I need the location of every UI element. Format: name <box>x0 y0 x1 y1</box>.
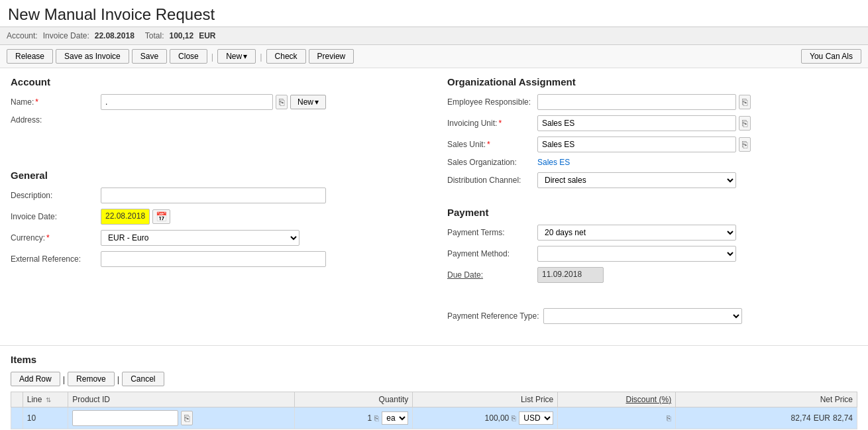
name-input[interactable] <box>101 94 273 110</box>
currency-select[interactable]: EUR - Euro USD - US Dollar GBP - British… <box>101 230 299 246</box>
net-price-value: 82,74 <box>791 413 811 423</box>
sales-unit-input[interactable] <box>537 136 736 152</box>
separator-2: | <box>260 52 262 62</box>
employee-responsible-label: Employee Responsible: <box>447 97 533 107</box>
address-row: Address: <box>11 115 421 125</box>
left-panel: Account Name:* ⎘ New ▾ Address: <box>11 76 421 329</box>
payment-ref-type-select[interactable] <box>543 308 742 324</box>
items-section-title: Items <box>11 354 857 365</box>
due-date-display: 11.09.2018 <box>537 267 604 283</box>
description-input[interactable] <box>101 188 326 203</box>
employee-copy-icon[interactable]: ⎘ <box>739 95 751 109</box>
release-button[interactable]: Release <box>7 49 53 64</box>
distribution-channel-select[interactable]: Direct sales Online Resellers <box>537 172 736 188</box>
right-panel: Organizational Assignment Employee Respo… <box>447 76 857 329</box>
calendar-icon[interactable]: 📅 <box>152 209 170 224</box>
cancel-button[interactable]: Cancel <box>122 372 164 386</box>
col-quantity: Quantity <box>295 392 413 407</box>
invoicing-unit-row: Invoicing Unit:* ⎘ <box>447 115 857 131</box>
net-price-currency: EUR <box>814 413 830 423</box>
invoicing-unit-input[interactable] <box>537 115 736 131</box>
external-reference-label: External Reference: <box>11 254 97 264</box>
main-content: Account Name:* ⎘ New ▾ Address: <box>0 68 868 337</box>
product-id-copy-icon[interactable]: ⎘ <box>181 411 193 425</box>
separator-1: | <box>211 52 213 62</box>
sales-unit-row: Sales Unit:* ⎘ <box>447 136 857 152</box>
name-copy-icon[interactable]: ⎘ <box>276 95 288 109</box>
divider <box>0 345 868 346</box>
row-indicator <box>11 407 23 429</box>
row-list-price: 100,00 ⎘ USD EUR <box>413 407 558 429</box>
account-new-button[interactable]: New ▾ <box>290 95 326 109</box>
invoice-date-value: 22.08.2018 <box>95 31 135 40</box>
total-value: 100,12 <box>170 31 194 40</box>
org-section: Organizational Assignment Employee Respo… <box>447 76 857 188</box>
page-title: New Manual Invoice Request <box>0 0 868 27</box>
items-toolbar: Add Row | Remove | Cancel <box>11 372 857 386</box>
list-price-copy-icon[interactable]: ⎘ <box>512 414 516 422</box>
general-section: General Description: Invoice Date: 22.08… <box>11 170 421 267</box>
distribution-channel-label: Distribution Channel: <box>447 176 533 185</box>
currency-row: Currency:* EUR - Euro USD - US Dollar GB… <box>11 230 421 246</box>
items-sep-2: | <box>117 374 119 384</box>
col-line: Line ⇅ <box>23 392 68 407</box>
items-table: Line ⇅ Product ID Quantity List Price Di… <box>11 392 857 429</box>
product-id-input[interactable] <box>72 410 178 426</box>
payment-terms-select[interactable]: 20 days net 30 days net Immediate <box>537 225 736 241</box>
row-net-price: 82,74 EUR 82,74 <box>676 407 857 429</box>
payment-method-select[interactable] <box>537 246 736 262</box>
preview-button[interactable]: Preview <box>309 49 354 64</box>
invoicing-unit-group: ⎘ <box>537 115 751 131</box>
items-sep-1: | <box>63 374 65 384</box>
quantity-copy-icon[interactable]: ⎘ <box>374 414 379 422</box>
col-product-id: Product ID <box>68 392 295 407</box>
quantity-value: 1 <box>368 413 372 423</box>
items-section: Items Add Row | Remove | Cancel Line ⇅ P… <box>0 354 868 430</box>
payment-ref-type-row: Payment Reference Type: <box>447 308 857 324</box>
remove-button[interactable]: Remove <box>68 372 115 386</box>
total-label: Total: <box>145 31 164 40</box>
payment-section: Payment Payment Terms: 20 days net 30 da… <box>447 207 857 324</box>
external-reference-input[interactable] <box>101 251 326 267</box>
name-label: Name:* <box>11 97 97 107</box>
save-button[interactable]: Save <box>132 49 167 64</box>
list-price-currency-select[interactable]: USD EUR <box>519 411 553 425</box>
quantity-unit-select[interactable]: ea <box>382 411 408 425</box>
row-line: 10 <box>23 407 68 429</box>
invoicing-unit-copy-icon[interactable]: ⎘ <box>739 116 751 131</box>
employee-responsible-input[interactable] <box>537 94 736 110</box>
col-discount[interactable]: Discount (%) <box>558 392 676 407</box>
due-date-label: Due Date: <box>447 270 533 280</box>
due-date-row: Due Date: 11.09.2018 <box>447 267 857 283</box>
account-section-title: Account <box>11 76 421 87</box>
table-row: 10 ⎘ 1 ⎘ ea <box>11 407 857 429</box>
name-input-group: ⎘ New ▾ <box>101 94 326 110</box>
invoice-date-row: Invoice Date: 22.08.2018 📅 <box>11 209 421 225</box>
new-button[interactable]: New ▾ <box>217 49 256 64</box>
description-row: Description: <box>11 188 421 203</box>
col-indicator <box>11 392 23 407</box>
org-section-title: Organizational Assignment <box>447 76 857 87</box>
close-button[interactable]: Close <box>170 49 207 64</box>
save-as-invoice-button[interactable]: Save as Invoice <box>56 49 129 64</box>
toolbar: Release Save as Invoice Save Close | New… <box>0 45 868 68</box>
discount-copy-icon[interactable]: ⎘ <box>667 414 671 422</box>
row-product-id: ⎘ <box>68 407 295 429</box>
sales-org-link[interactable]: Sales ES <box>537 158 570 167</box>
external-reference-row: External Reference: <box>11 251 421 267</box>
invoicing-unit-label: Invoicing Unit:* <box>447 119 533 128</box>
you-can-also-button[interactable]: You Can Als <box>801 49 861 64</box>
col-net-price: Net Price <box>676 392 857 407</box>
address-label: Address: <box>11 115 97 125</box>
description-label: Description: <box>11 191 97 200</box>
payment-method-row: Payment Method: <box>447 246 857 262</box>
check-button[interactable]: Check <box>266 49 306 64</box>
sales-unit-label: Sales Unit:* <box>447 140 533 149</box>
add-row-button[interactable]: Add Row <box>11 372 60 386</box>
sales-org-label: Sales Organization: <box>447 158 533 167</box>
payment-terms-row: Payment Terms: 20 days net 30 days net I… <box>447 225 857 241</box>
sales-unit-copy-icon[interactable]: ⎘ <box>739 137 751 152</box>
employee-responsible-group: ⎘ <box>537 94 751 110</box>
sales-unit-group: ⎘ <box>537 136 751 152</box>
invoice-date-input-group: 22.08.2018 📅 <box>101 209 170 225</box>
